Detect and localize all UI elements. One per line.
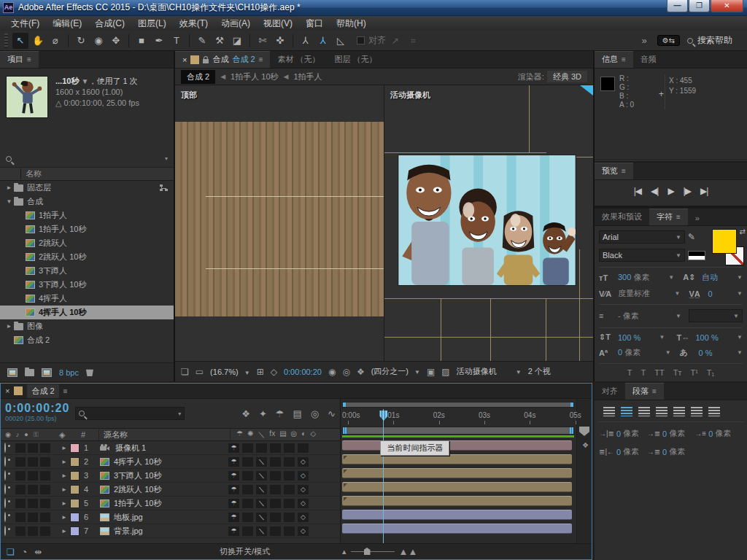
menu-item[interactable]: 效果(T) — [173, 16, 214, 31]
composition-viewport[interactable]: 顶部 活动摄像机 — [175, 85, 593, 361]
toolbar-overflow-icon[interactable]: » — [641, 35, 646, 46]
view-top[interactable]: 顶部 — [175, 85, 384, 361]
tab-audio[interactable]: 音频 — [633, 52, 664, 68]
project-tree-item[interactable]: 1拍手人 10秒 — [0, 222, 174, 236]
project-columns-header[interactable]: 名称 — [0, 168, 174, 181]
timeline-tab[interactable]: 合成 2 — [27, 384, 58, 398]
shy-switch[interactable]: ☂ — [228, 457, 239, 467]
renderer-value[interactable]: 经典 3D — [547, 71, 587, 82]
quality-switch[interactable]: ＼ — [256, 457, 267, 467]
menu-item[interactable]: 文件(F) — [4, 16, 46, 31]
layer-twirl-icon[interactable]: ► — [58, 528, 70, 534]
solo-switch[interactable] — [28, 471, 38, 481]
faux-style-button[interactable]: T₁ — [707, 368, 714, 377]
layer-duration-bar[interactable] — [342, 510, 572, 520]
collapse-switch[interactable] — [242, 499, 253, 508]
collapse-switch[interactable] — [242, 526, 253, 536]
last-frame-button[interactable]: ▶| — [700, 186, 708, 196]
video-column-icon[interactable]: ◉ — [5, 431, 11, 438]
tab-paragraph[interactable]: 段落≡ — [625, 383, 664, 400]
comp-mini-flowchart-icon[interactable]: ❖ — [241, 408, 250, 419]
black-white-swatch[interactable] — [688, 251, 705, 260]
layer-row[interactable]: ►51拍手人 10秒☂＼◇ — [1, 497, 340, 510]
new-folder-icon[interactable] — [25, 369, 34, 376]
layer-label-swatch[interactable] — [70, 457, 80, 467]
lock-switch[interactable] — [40, 513, 50, 522]
tab-character[interactable]: 字符≡ — [649, 209, 688, 225]
project-tree-item[interactable]: ▼合成 — [0, 195, 174, 209]
project-tree-item[interactable]: 4挥手人 — [0, 292, 174, 306]
new-composition-icon[interactable] — [42, 368, 52, 377]
align-button-4[interactable] — [673, 407, 685, 416]
quality-switch[interactable]: ＼ — [256, 499, 267, 508]
audio-switch[interactable] — [15, 471, 26, 481]
brush-tool[interactable]: ✎ — [194, 33, 210, 49]
layer-label-swatch[interactable] — [70, 471, 80, 481]
trash-icon[interactable] — [86, 368, 93, 376]
eye-icon[interactable] — [4, 456, 6, 467]
menu-item[interactable]: 帮助(H) — [330, 16, 373, 31]
audio-switch[interactable] — [15, 499, 26, 508]
tab-preview[interactable]: 预览≡ — [595, 163, 633, 179]
menu-item[interactable]: 合成(C) — [88, 16, 131, 31]
effects-switch[interactable] — [270, 526, 281, 536]
switch-header-icon-2[interactable]: ＼ — [258, 429, 265, 440]
layer-label-swatch[interactable] — [70, 499, 80, 508]
layer-label-swatch[interactable] — [70, 526, 80, 536]
shape-tool[interactable]: ■ — [133, 33, 150, 49]
quality-switch[interactable] — [256, 443, 267, 453]
3d-switch[interactable] — [298, 443, 309, 453]
pen-tool[interactable]: ✒ — [151, 33, 167, 49]
eye-icon[interactable] — [4, 443, 6, 453]
layer-row[interactable]: ►6地板.jpg☂＼◇ — [1, 510, 340, 524]
layer-duration-bar[interactable] — [342, 482, 572, 492]
project-tree-item[interactable]: 2跳跃人 — [0, 236, 174, 250]
3d-switch[interactable]: ◇ — [298, 457, 309, 467]
interpret-footage-icon[interactable] — [7, 368, 18, 377]
quality-switch[interactable]: ＼ — [256, 526, 267, 536]
comp-button-icon[interactable]: ❖ — [582, 441, 589, 449]
switch-header-icon-7[interactable]: ◇ — [310, 429, 316, 440]
switch-header-icon-5[interactable]: ◎ — [291, 429, 298, 440]
zoom-out-icon[interactable]: ▴ — [342, 547, 347, 556]
lock-switch[interactable] — [40, 457, 50, 467]
tab-effects-presets[interactable]: 效果和预设 — [595, 209, 649, 225]
project-bit-depth[interactable]: 8 bpc — [59, 368, 79, 377]
shy-switch[interactable]: ☂ — [228, 443, 239, 453]
graph-editor-icon[interactable]: ∿ — [328, 408, 336, 419]
align-button-5[interactable] — [691, 407, 703, 416]
lock-switch[interactable] — [40, 443, 50, 453]
3d-switch[interactable]: ◇ — [298, 471, 309, 481]
number-column-header[interactable]: # — [81, 430, 98, 439]
audio-switch[interactable] — [15, 526, 26, 536]
project-tree-item[interactable]: 3下蹲人 10秒 — [0, 278, 174, 292]
tab-footage[interactable]: 素材 （无） — [270, 52, 327, 68]
frame-blend-switch[interactable] — [284, 485, 295, 494]
effects-switch[interactable] — [270, 513, 281, 522]
expand-transfer-controls-icon[interactable]: ◔ — [22, 547, 27, 557]
audio-switch[interactable] — [15, 443, 26, 453]
selection-tool[interactable]: ↖ — [12, 33, 28, 49]
3d-switch[interactable]: ◇ — [298, 499, 309, 508]
solo-switch[interactable] — [28, 457, 38, 467]
eye-icon[interactable] — [4, 512, 6, 522]
shy-switch[interactable]: ☂ — [228, 485, 239, 494]
indent-left-margin[interactable]: →|≣0像素 — [599, 428, 647, 439]
solo-switch[interactable] — [28, 526, 38, 536]
solo-switch[interactable] — [28, 513, 38, 522]
3d-view-select[interactable]: 活动摄像机 ▼ — [457, 366, 522, 377]
primary-viewer-icon[interactable]: ▭ — [196, 367, 204, 377]
stroke-style-select[interactable]: ▼ — [689, 309, 743, 322]
project-tree-item[interactable]: ►固态层 — [0, 181, 174, 195]
layer-twirl-icon[interactable]: ► — [58, 459, 70, 465]
frame-blend-switch[interactable] — [284, 457, 295, 467]
effects-switch[interactable] — [270, 485, 281, 494]
frame-blend-switch[interactable] — [284, 526, 295, 536]
eye-icon[interactable] — [4, 484, 6, 494]
breadcrumb-item[interactable]: 1拍手人 10秒 — [231, 71, 278, 82]
solo-switch[interactable] — [28, 443, 38, 453]
help-search-input[interactable]: 搜索帮助 — [697, 34, 732, 47]
search-options-icon[interactable]: ▾ — [161, 155, 168, 162]
audio-column-icon[interactable]: ♪ — [16, 431, 20, 438]
view-active-camera[interactable]: 活动摄像机 — [384, 85, 593, 361]
